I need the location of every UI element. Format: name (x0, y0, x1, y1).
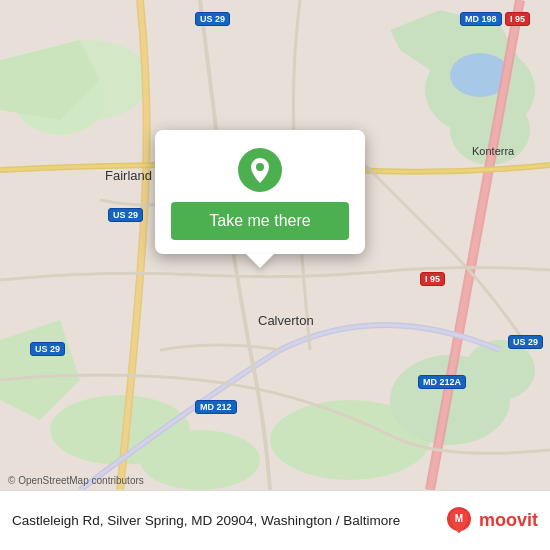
svg-text:Konterra: Konterra (472, 145, 515, 157)
road-badge-us29-far: US 29 (508, 335, 543, 349)
road-badge-us29-top: US 29 (195, 12, 230, 26)
svg-text:M: M (455, 513, 463, 524)
road-badge-us29-mid: US 29 (108, 208, 143, 222)
svg-point-20 (256, 163, 264, 171)
road-badge-md212a: MD 212A (418, 375, 466, 389)
moovit-logo-icon: M (445, 507, 473, 535)
road-badge-us29-bot: US 29 (30, 342, 65, 356)
location-popup: Take me there (155, 130, 365, 254)
map-view[interactable]: Fairland Calverton Konterra US 29 MD 198… (0, 0, 550, 490)
map-pin-icon (238, 148, 282, 192)
moovit-logo: M moovit (445, 507, 538, 535)
svg-text:Fairland: Fairland (105, 168, 152, 183)
address-label: Castleleigh Rd, Silver Spring, MD 20904,… (12, 513, 400, 528)
copyright-label: © OpenStreetMap contributors (8, 475, 144, 486)
road-badge-md198: MD 198 (460, 12, 502, 26)
moovit-brand-label: moovit (479, 510, 538, 531)
road-badge-i95-mid: I 95 (420, 272, 445, 286)
road-badge-i95-top: I 95 (505, 12, 530, 26)
take-me-there-button[interactable]: Take me there (171, 202, 349, 240)
bottom-bar: Castleleigh Rd, Silver Spring, MD 20904,… (0, 490, 550, 550)
svg-text:Calverton: Calverton (258, 313, 314, 328)
road-badge-md212: MD 212 (195, 400, 237, 414)
